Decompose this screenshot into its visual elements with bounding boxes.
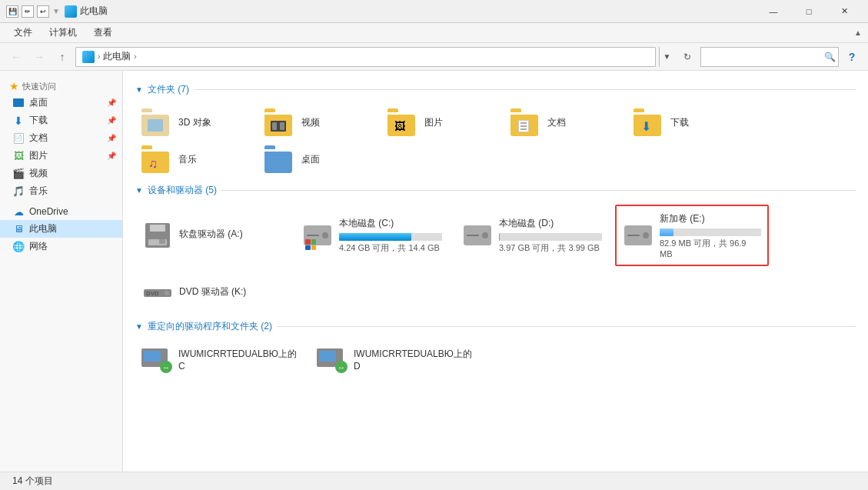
help-button[interactable]: ? <box>842 47 862 67</box>
titlebar-icons: 💾 ✏ ↩ ▼ <box>6 5 60 18</box>
quick-access-icon[interactable]: 💾 <box>6 5 18 18</box>
floppy-name: 软盘驱动器 (A:) <box>179 228 282 241</box>
dvd-name: DVD 驱动器 (K:) <box>179 285 282 298</box>
folder-icon-documents <box>510 108 541 136</box>
hdd-d-size: 3.97 GB 可用，共 3.99 GB <box>499 242 602 254</box>
sidebar-item-onedrive[interactable]: ☁ OneDrive <box>0 203 122 220</box>
floppy-drive-icon <box>142 222 173 249</box>
drives-section-header[interactable]: ▼ 设备和驱动器 (5) <box>135 184 856 197</box>
drive-dvd-k[interactable]: DVD DVD 驱动器 (K:) <box>135 272 289 314</box>
sidebar-item-downloads[interactable]: ⬇ 下载 📌 <box>0 112 122 129</box>
statusbar: 14 个项目 <box>0 472 868 490</box>
doc-icon: 📄 <box>14 133 24 144</box>
addrbar: ← → ↑ › 此电脑 › ▼ ↻ 🔍 ? <box>0 43 868 71</box>
redirect-c-icon: ↔ <box>141 345 172 373</box>
desktop-icon <box>12 97 25 109</box>
videos-folder-icon: 🎬 <box>12 168 25 180</box>
forward-button[interactable]: → <box>29 47 49 67</box>
sidebar-quick-access-label[interactable]: ★ 快速访问 <box>0 77 122 94</box>
up-button[interactable]: ↑ <box>52 47 72 67</box>
folder-item-documents[interactable]: 文档 <box>504 104 627 141</box>
title-separator: ▼ <box>52 7 60 15</box>
pin-icon-pictures: 📌 <box>107 152 116 160</box>
sidebar-desktop-label: 桌面 <box>29 96 48 109</box>
sidebar-item-documents[interactable]: 📄 文档 📌 <box>0 129 122 147</box>
redirect-divider <box>277 326 856 327</box>
hdd-c-info: 本地磁盘 (C:) 4.24 GB 可用，共 14.4 GB <box>339 217 442 254</box>
redirect-item-d[interactable]: ↔ IWUMICRRTEDUALBЮ上的 D <box>311 341 480 378</box>
sidebar-item-network[interactable]: 🌐 网络 <box>0 238 122 255</box>
hdd-c-name: 本地磁盘 (C:) <box>339 217 442 230</box>
folder-music-name: 音乐 <box>178 153 197 166</box>
sidebar-downloads-label: 下载 <box>29 114 48 127</box>
hdd-c-size: 4.24 GB 可用，共 14.4 GB <box>339 242 442 254</box>
folder-item-pictures[interactable]: 🖼 图片 <box>381 104 504 141</box>
search-icon: 🔍 <box>824 52 836 62</box>
addr-chevron-icon: › <box>98 52 100 61</box>
computer-shape: 🖥 <box>14 223 24 235</box>
video-icon: 🎬 <box>12 168 25 179</box>
redirect-c-name: IWUMICRRTEDUALBЮ上的 C <box>178 348 298 372</box>
redirect-section-title: 重定向的驱动程序和文件夹 (2) <box>148 320 272 333</box>
hdd-e-info: 新加卷 (E:) 82.9 MB 可用，共 96.9 MB <box>660 212 761 258</box>
sidebar-item-thispc[interactable]: 🖥 此电脑 <box>0 220 122 238</box>
menu-view[interactable]: 查看 <box>86 25 120 41</box>
address-path[interactable]: › 此电脑 › <box>75 47 656 67</box>
sidebar-thispc-label: 此电脑 <box>29 222 57 235</box>
folder-documents-name: 文档 <box>547 116 566 129</box>
download-icon: ⬇ <box>14 115 23 127</box>
close-button[interactable]: ✕ <box>826 0 862 23</box>
sidebar-item-music[interactable]: 🎵 音乐 <box>0 182 122 200</box>
search-input[interactable] <box>706 52 821 62</box>
hdd-e-icon <box>623 222 653 249</box>
sidebar-item-videos[interactable]: 🎬 视频 <box>0 165 122 182</box>
status-text: 14 个项目 <box>12 475 53 488</box>
folder-icon-downloads: ⬇ <box>634 108 664 136</box>
undo-icon[interactable]: ↩ <box>37 5 49 18</box>
minimize-button[interactable]: — <box>756 0 791 23</box>
rename-icon[interactable]: ✏ <box>22 5 34 18</box>
sidebar-item-pictures[interactable]: 🖼 图片 📌 <box>0 147 122 165</box>
folders-section-header[interactable]: ▼ 文件夹 (7) <box>135 83 856 96</box>
addr-dropdown-button[interactable]: ▼ <box>659 47 674 67</box>
menu-computer[interactable]: 计算机 <box>42 25 85 41</box>
folder-item-music[interactable]: ♫ 音乐 <box>135 141 258 178</box>
addr-path-chevron: › <box>134 52 136 61</box>
menubar: 文件 计算机 查看 ▲ <box>0 23 868 43</box>
folder-item-3d[interactable]: 3D 对象 <box>135 104 258 141</box>
sidebar-music-label: 音乐 <box>29 185 48 198</box>
redirect-section-header[interactable]: ▼ 重定向的驱动程序和文件夹 (2) <box>135 320 856 333</box>
redirect-item-c[interactable]: ↔ IWUMICRRTEDUALBЮ上的 C <box>135 341 304 378</box>
music-folder-icon: 🎵 <box>12 185 25 198</box>
drive-hdd-e[interactable]: 新加卷 (E:) 82.9 MB 可用，共 96.9 MB <box>615 205 769 266</box>
ribbon-collapse[interactable]: ▲ <box>854 28 862 37</box>
pin-icon-desktop: 📌 <box>107 98 116 107</box>
document-folder-icon: 📄 <box>12 132 25 145</box>
redirect-grid: ↔ IWUMICRRTEDUALBЮ上的 C ↔ IWUMICRRTEDUALB… <box>135 341 856 378</box>
desktop-shape <box>13 98 24 107</box>
menu-file[interactable]: 文件 <box>6 25 40 41</box>
sidebar-onedrive-label: OneDrive <box>29 206 68 217</box>
drive-hdd-d[interactable]: 本地磁盘 (D:) 3.97 GB 可用，共 3.99 GB <box>455 205 609 266</box>
sidebar-item-desktop[interactable]: 桌面 📌 <box>0 94 122 112</box>
refresh-button[interactable]: ↻ <box>677 47 697 67</box>
content-area: ▼ 文件夹 (7) 3D 对象 <box>123 71 868 472</box>
computer-icon: 🖥 <box>12 223 25 235</box>
maximize-button[interactable]: □ <box>791 0 826 23</box>
sidebar-quick-access: ★ 快速访问 桌面 📌 ⬇ 下载 📌 📄 <box>0 77 122 200</box>
folder-item-desktop[interactable]: 桌面 <box>258 141 381 178</box>
folder-item-video[interactable]: 视频 <box>258 104 381 141</box>
window-icon <box>65 5 77 18</box>
folder-icon-3d <box>141 108 172 136</box>
hdd-d-icon <box>462 222 493 249</box>
drive-hdd-c[interactable]: 本地磁盘 (C:) 4.24 GB 可用，共 14.4 GB <box>295 205 449 266</box>
folders-section-title: 文件夹 (7) <box>148 83 189 96</box>
folder-icon-pictures: 🖼 <box>387 108 418 136</box>
hdd-c-icon <box>302 222 333 249</box>
drive-floppy-a[interactable]: 软盘驱动器 (A:) <box>135 205 289 266</box>
folder-item-downloads[interactable]: ⬇ 下载 <box>627 104 750 141</box>
hdd-e-size: 82.9 MB 可用，共 96.9 MB <box>660 238 761 258</box>
back-button[interactable]: ← <box>6 47 26 67</box>
redirect-d-icon: ↔ <box>317 345 348 373</box>
titlebar-controls: — □ ✕ <box>756 0 862 23</box>
